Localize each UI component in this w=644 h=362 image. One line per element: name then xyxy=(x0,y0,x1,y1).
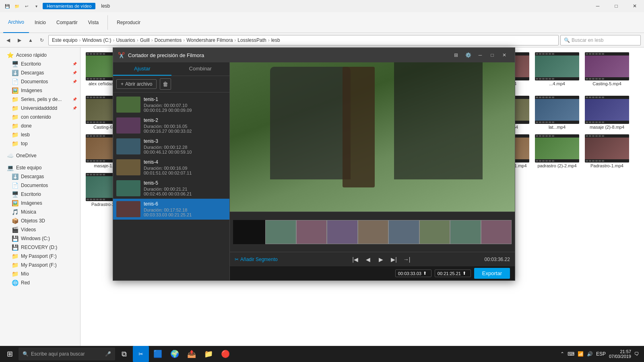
goto-end-btn[interactable]: →| xyxy=(402,255,412,264)
dialog-close-btn[interactable]: ✕ xyxy=(499,50,510,60)
search-box[interactable]: 🔍 Buscar en lesb xyxy=(560,35,641,45)
highlighted-tab[interactable]: Herramientas de vídeo xyxy=(43,3,95,9)
file-item[interactable]: masaje (2)-8.mp4 xyxy=(583,94,631,131)
tab-reproducir[interactable]: Reproducir xyxy=(112,12,145,33)
timeline-clip[interactable] xyxy=(265,220,296,244)
export-btn[interactable]: Exportar xyxy=(474,268,510,279)
clip-item[interactable]: tenis-3Duración: 00:00:12.2800:00:46.12 … xyxy=(113,136,229,157)
play-btn[interactable]: ▶ xyxy=(376,255,386,264)
mic-icon[interactable]: 🎤 xyxy=(105,351,111,357)
tab-combinar[interactable]: Combinar xyxy=(171,62,230,76)
sidebar-item-series[interactable]: 📁 Series, pelis y de... 📌 xyxy=(0,95,80,104)
folder-btn[interactable]: 📁 xyxy=(13,2,21,10)
dialog-title-btns[interactable]: ⊞ ⚙️ ─ □ ✕ xyxy=(450,50,510,60)
sidebar-item-escritorio[interactable]: 🖥️ Escritorio 📌 xyxy=(0,60,80,68)
timeline-clips[interactable] xyxy=(265,220,512,244)
filmora-dialog[interactable]: ✂️ Cortador de precisión de Filmora ⊞ ⚙️… xyxy=(113,47,515,281)
address-path[interactable]: Este equipo › Windows (C:) › Usuarios › … xyxy=(48,35,559,45)
sidebar-item-universidad[interactable]: 📁 Universidaddddd 📌 xyxy=(0,104,80,113)
sidebar-quick-access[interactable]: ⭐ Acceso rápido xyxy=(0,51,80,60)
clip-item[interactable]: tenis-6Duración: 00:17:52.1800:03:33.03 … xyxy=(113,199,229,220)
clip-item[interactable]: tenis-5Duración: 00:00:21.2100:02:45.00 … xyxy=(113,178,229,199)
timeline-clip[interactable] xyxy=(419,220,450,244)
start-button[interactable]: ⊞ xyxy=(2,346,18,362)
sidebar-item-recoveryd[interactable]: 💾 RECOVERY (D:) xyxy=(0,243,80,252)
dialog-maximize-btn[interactable]: □ xyxy=(487,50,498,60)
file-item[interactable]: ...4.mp4 xyxy=(533,51,581,93)
sidebar-item-lesb[interactable]: 📁 lesb xyxy=(0,130,80,139)
clip-item[interactable]: tenis-4Duración: 00:00:16.0900:01:51.02 … xyxy=(113,157,229,178)
dropdown-btn[interactable]: ▾ xyxy=(32,2,40,10)
refresh-btn[interactable]: ↻ xyxy=(37,35,47,45)
sidebar-item-imagenes[interactable]: 🖼️ Imágenes xyxy=(0,86,80,95)
notification-icon[interactable]: 🗨 xyxy=(634,351,639,357)
taskbar-icon-3[interactable]: 📤 xyxy=(184,346,200,362)
clip-item[interactable]: tenis-1Duración: 00:00:07.1000:00:01.29 … xyxy=(113,94,229,115)
sidebar-item-documentos2[interactable]: 📄 Documentos xyxy=(0,181,80,190)
sidebar-item-red[interactable]: 🌐 Red xyxy=(0,278,80,287)
undo-btn[interactable]: ↩ xyxy=(23,2,31,10)
taskbar-filmora[interactable]: ✂ xyxy=(133,346,149,362)
minimize-btn[interactable]: ─ xyxy=(588,0,607,12)
sidebar-item-documentos[interactable]: 📄 Documentos 📌 xyxy=(0,77,80,86)
save-btn[interactable]: 💾 xyxy=(3,2,11,10)
add-file-btn[interactable]: + Abrir archivo xyxy=(116,79,157,89)
sidebar-item-descargas2[interactable]: ⬇️ Descargas xyxy=(0,172,80,181)
tab-ajustar[interactable]: Ajustar xyxy=(113,62,171,76)
dialog-settings-btn[interactable]: ⚙️ xyxy=(462,50,474,60)
sidebar-item-mypassport1[interactable]: 📁 My Passport (F:) xyxy=(0,252,80,261)
dialog-minimize-btn[interactable]: ─ xyxy=(475,50,486,60)
sidebar-item-videos[interactable]: 🎬 Vídeos xyxy=(0,225,80,234)
timeline-clip[interactable] xyxy=(296,220,327,244)
delete-btn[interactable]: 🗑 xyxy=(160,78,171,90)
tab-archivo[interactable]: Archivo xyxy=(3,12,29,33)
sidebar-item-top[interactable]: 📁 top xyxy=(0,139,80,148)
clip-start-input[interactable]: 00:03:33.03 ⬆ xyxy=(395,269,431,277)
close-btn[interactable]: ✕ xyxy=(625,0,644,12)
file-item[interactable]: lat...mp4 xyxy=(533,94,581,131)
taskbar-icon-4[interactable]: 📁 xyxy=(200,346,217,362)
file-item[interactable]: Casting-5.mp4 xyxy=(583,51,631,93)
title-bar-controls[interactable]: ─ □ ✕ xyxy=(588,0,644,12)
sidebar-item-mypassport2[interactable]: 📁 My Passport (F:) xyxy=(0,261,80,269)
file-item[interactable]: Padrastro-1.mp4 xyxy=(583,133,631,170)
add-segment-btn[interactable]: ✂ Añadir Segmento xyxy=(235,257,278,262)
sidebar-item-escritorio2[interactable]: 🖥️ Escritorio xyxy=(0,190,80,199)
arrow-up-icon[interactable]: ⌃ xyxy=(560,351,564,357)
next-btn[interactable]: ▶| xyxy=(389,255,399,264)
forward-btn[interactable]: ▶ xyxy=(14,35,24,45)
sidebar-item-windowsc[interactable]: 💾 Windows (C:) xyxy=(0,234,80,243)
sidebar-item-done[interactable]: 📁 done xyxy=(0,121,80,130)
taskview-btn[interactable]: ⧉ xyxy=(116,346,132,362)
dialog-layout-btn[interactable]: ⊞ xyxy=(450,50,462,60)
timeline-clip[interactable] xyxy=(327,220,358,244)
sidebar-item-objetos3d[interactable]: 📦 Objetos 3D xyxy=(0,216,80,225)
prev-btn[interactable]: ◀ xyxy=(363,255,373,264)
timeline-clip[interactable] xyxy=(358,220,389,244)
taskbar-icon-2[interactable]: 🌍 xyxy=(167,346,183,362)
clip-item[interactable]: tenis-2Duración: 00:00:16.0500:00:16.27 … xyxy=(113,115,229,136)
back-btn[interactable]: ◀ xyxy=(3,35,13,45)
sidebar-item-contenido[interactable]: 📁 con contenido xyxy=(0,113,80,121)
sidebar-item-descargas[interactable]: ⬇️ Descargas 📌 xyxy=(0,68,80,77)
timeline-clip[interactable] xyxy=(450,220,481,244)
goto-start-btn[interactable]: |◀ xyxy=(351,255,360,264)
volume-icon[interactable]: 🔊 xyxy=(587,351,593,357)
timeline-clip[interactable] xyxy=(481,220,512,244)
sidebar-item-imagenes2[interactable]: 🖼️ Imágenes xyxy=(0,199,80,208)
taskbar-icon-1[interactable]: 🟦 xyxy=(150,346,166,362)
network-icon[interactable]: 📶 xyxy=(578,351,584,357)
sidebar-item-musica[interactable]: 🎵 Música xyxy=(0,208,80,216)
sidebar-onedrive[interactable]: ☁️ OneDrive xyxy=(0,151,80,160)
keyboard-icon[interactable]: ⌨ xyxy=(568,351,574,357)
tab-compartir[interactable]: Compartir xyxy=(52,12,83,33)
maximize-btn[interactable]: □ xyxy=(607,0,625,12)
clip-end-input[interactable]: 00:21:25.21 ⬆ xyxy=(435,269,471,277)
tab-vista[interactable]: Vista xyxy=(83,12,103,33)
file-item[interactable]: padrastro (2)-2.mp4 xyxy=(533,133,581,170)
quick-access[interactable]: 💾 📁 ↩ ▾ xyxy=(3,2,40,10)
up-btn[interactable]: ▲ xyxy=(26,35,35,45)
taskbar-icon-5[interactable]: 🔴 xyxy=(217,346,233,362)
tab-inicio[interactable]: Inicio xyxy=(30,12,51,33)
timeline-clip[interactable] xyxy=(388,220,419,244)
